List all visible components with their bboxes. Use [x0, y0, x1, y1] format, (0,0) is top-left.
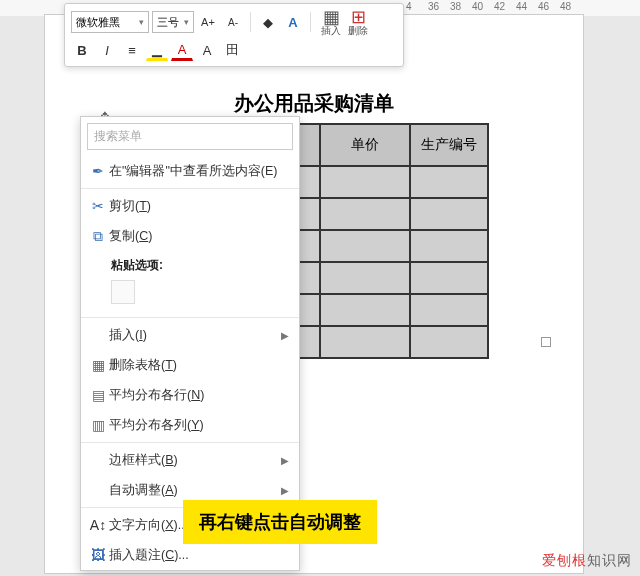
menu-insert-caption[interactable]: 🖼插入题注(C)...	[81, 540, 299, 570]
delete-icon: ⊞	[351, 6, 366, 24]
menu-view-in-editor[interactable]: ✒在"编辑器"中查看所选内容(E)	[81, 156, 299, 186]
insert-group[interactable]: ▦插入	[321, 6, 341, 38]
shading-button[interactable]: A	[196, 39, 218, 61]
pen-icon: ✒	[87, 163, 109, 179]
chevron-right-icon: ▶	[281, 455, 289, 466]
chevron-right-icon: ▶	[281, 330, 289, 341]
menu-search-input[interactable]: 搜索菜单	[87, 123, 293, 150]
document-title: 办公用品采购清单	[45, 90, 583, 117]
styles-button[interactable]: A	[282, 11, 304, 33]
copy-icon: ⧉	[87, 228, 109, 245]
table-header[interactable]: 生产编号	[410, 124, 488, 166]
grow-font-button[interactable]: A+	[197, 11, 219, 33]
paste-options[interactable]	[81, 276, 299, 315]
shrink-font-button[interactable]: A-	[222, 11, 244, 33]
table-header[interactable]: 单价	[320, 124, 410, 166]
paste-options-label: 粘贴选项:	[81, 251, 299, 276]
table-resize-handle[interactable]	[541, 337, 551, 347]
scissors-icon: ✂	[87, 198, 109, 214]
menu-insert[interactable]: 插入(I)▶	[81, 320, 299, 350]
font-name-select[interactable]: 微软雅黑▾	[71, 11, 149, 33]
italic-button[interactable]: I	[96, 39, 118, 61]
highlight-button[interactable]: ▁	[146, 39, 168, 61]
font-color-button[interactable]: A	[171, 39, 193, 61]
menu-cut[interactable]: ✂剪切(T)	[81, 191, 299, 221]
menu-copy[interactable]: ⧉复制(C)	[81, 221, 299, 251]
font-size-select[interactable]: 三号▾	[152, 11, 194, 33]
distribute-rows-icon: ▤	[87, 387, 109, 403]
menu-delete-table[interactable]: ▦删除表格(T)	[81, 350, 299, 380]
caption-icon: 🖼	[87, 547, 109, 563]
delete-group[interactable]: ⊞删除	[348, 6, 368, 38]
format-painter-button[interactable]: ◆	[257, 11, 279, 33]
menu-distribute-rows[interactable]: ▤平均分布各行(N)	[81, 380, 299, 410]
watermark: 爱刨根知识网	[542, 552, 632, 570]
mini-toolbar: 微软雅黑▾ 三号▾ A+ A- ◆ A ▦插入 ⊞删除 B I ≡ ▁ A A …	[64, 3, 404, 67]
instruction-callout: 再右键点击自动调整	[183, 500, 377, 544]
insert-icon: ▦	[323, 6, 340, 24]
bold-button[interactable]: B	[71, 39, 93, 61]
menu-border-styles[interactable]: 边框样式(B)▶	[81, 445, 299, 475]
chevron-right-icon: ▶	[281, 485, 289, 496]
text-direction-icon: A↕	[87, 517, 109, 533]
distribute-cols-icon: ▥	[87, 417, 109, 433]
menu-distribute-cols[interactable]: ▥平均分布各列(Y)	[81, 410, 299, 440]
align-button[interactable]: ≡	[121, 39, 143, 61]
table-delete-icon: ▦	[87, 357, 109, 373]
borders-button[interactable]: 田	[221, 39, 243, 61]
paste-icon[interactable]	[111, 280, 135, 304]
